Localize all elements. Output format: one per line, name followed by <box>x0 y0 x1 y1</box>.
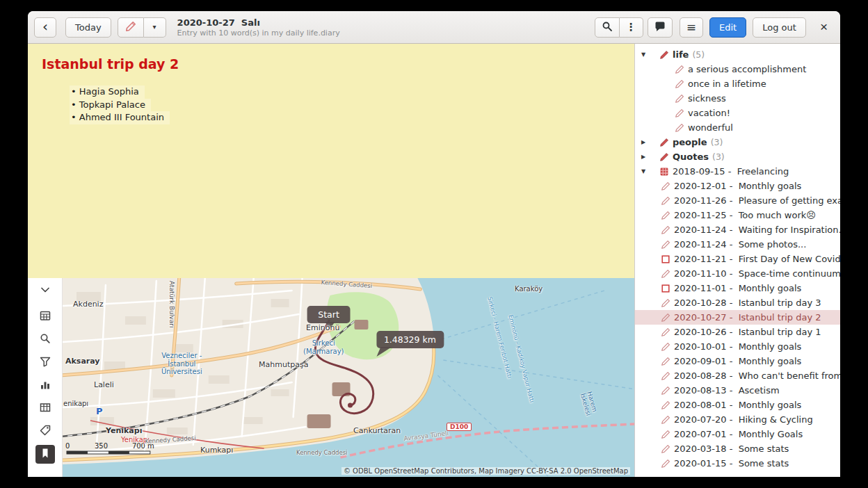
sidebar-item-label: 2020-08-01 - Monthly goals <box>674 400 801 410</box>
collapse-panel-button[interactable] <box>35 282 55 300</box>
search-icon <box>602 21 613 33</box>
sidebar-item[interactable]: 2020-08-28 - Who can't benefit from ... <box>635 368 840 383</box>
search-panel-button[interactable] <box>35 330 55 349</box>
sidebar-item[interactable]: 2020-12-01 - Monthly goals <box>635 179 840 193</box>
close-icon: × <box>820 19 828 34</box>
sidebar-item[interactable]: 2020-10-27 - Istanbul trip day 2 <box>635 310 840 325</box>
sidebar-item-count: (5) <box>692 49 705 60</box>
new-entry-dropdown-button[interactable]: ▾ <box>144 17 166 38</box>
page-title: 2020-10-27 Salı <box>177 17 340 28</box>
sidebar-item[interactable]: 2020-10-01 - Monthly goals <box>635 339 840 354</box>
sidebar-item[interactable]: wonderful <box>635 120 840 135</box>
square-icon <box>661 254 671 264</box>
search-menu-group: ⋮ <box>595 17 643 38</box>
sidebar-item-label: 2020-07-20 - Hiking & Cycling <box>674 414 813 425</box>
pencil-icon <box>661 225 671 235</box>
sidebar-item-label: 2020-03-18 - Some stats <box>674 444 789 454</box>
start-marker-label: Start <box>318 309 339 320</box>
tags-button[interactable] <box>35 422 55 441</box>
close-window-button[interactable]: × <box>814 19 834 35</box>
charts-button[interactable] <box>35 376 55 395</box>
sidebar-item[interactable]: 2020-10-26 - Istanbul trip day 1 <box>635 325 840 339</box>
search-button[interactable] <box>595 17 620 38</box>
square-icon <box>661 284 671 293</box>
main-area: Istanbul trip day 2 Hagia SophiaTopkapi … <box>28 44 840 477</box>
sidebar-item[interactable]: ▶people(3) <box>635 135 840 149</box>
logout-button[interactable]: Log out <box>753 17 806 38</box>
entry-title: Istanbul trip day 2 <box>42 56 622 72</box>
expander-closed-icon[interactable]: ▶ <box>640 154 659 160</box>
sidebar-item-label: 2020-11-01 - Monthly goals <box>674 283 801 293</box>
sidebar-item[interactable]: 2020-09-01 - Monthly goals <box>635 354 840 368</box>
pencil-solid-icon <box>659 50 670 60</box>
filter-button[interactable] <box>35 353 55 372</box>
sidebar-item[interactable]: 2020-08-01 - Monthly goals <box>635 398 840 412</box>
sidebar-item[interactable]: vacation! <box>635 106 840 120</box>
map-panel: Start 1.48329 km 0 350 700 m <box>28 278 634 477</box>
sidebar-item[interactable]: 2020-01-15 - Some stats <box>635 456 840 471</box>
chevron-left-icon: ‹ <box>42 19 48 33</box>
map-toolbar <box>28 278 63 477</box>
sidebar-item-label: wonderful <box>688 122 733 133</box>
sidebar-item[interactable]: 2020-11-21 - First Day of New Covid R... <box>635 252 840 266</box>
sidebar-item[interactable]: 2020-11-24 - Some photos... <box>635 237 840 252</box>
sidebar-item-label: 2020-07-01 - Monthly Goals <box>674 429 803 439</box>
sidebar-item-label: 2020-10-26 - Istanbul trip day 1 <box>674 327 821 337</box>
sidebar-item-label: a serious accomplishment <box>688 64 806 74</box>
table-view-button[interactable] <box>35 399 55 418</box>
pencil-icon <box>661 415 671 425</box>
bookmark-panel-button[interactable] <box>35 445 55 464</box>
sidebar-item[interactable]: sickness <box>635 91 840 106</box>
scale-end-label: 700 m <box>132 442 154 450</box>
sidebar-item[interactable]: 2020-10-28 - Istanbul trip day 3 <box>635 295 840 310</box>
entry-bullet-list: Hagia SophiaTopkapi PalaceAhmed III Foun… <box>70 86 622 124</box>
pencil-icon <box>661 342 671 352</box>
kebab-menu-button[interactable]: ⋮ <box>620 17 643 38</box>
sidebar-item[interactable]: ▶Quotes(3) <box>635 149 840 164</box>
chat-button[interactable] <box>648 17 673 38</box>
sidebar-item[interactable]: 2020-11-25 - Too much work😣 <box>635 208 840 222</box>
entry-editor[interactable]: Istanbul trip day 2 Hagia SophiaTopkapi … <box>28 44 634 278</box>
expander-open-icon[interactable]: ▼ <box>640 168 659 174</box>
pencil-icon <box>661 240 671 250</box>
sidebar-item-label: once in a lifetime <box>688 79 766 89</box>
scale-zero-label: 0 <box>65 442 70 450</box>
sidebar-item-label: 2020-08-13 - Ascetism <box>674 385 780 396</box>
pencil-icon <box>675 65 685 74</box>
sidebar-item[interactable]: a serious accomplishment <box>635 62 840 76</box>
pencil-icon <box>675 108 685 118</box>
main-menu-button[interactable]: ≡ <box>680 17 703 38</box>
sidebar-item[interactable]: 2020-08-13 - Ascetism <box>635 383 840 398</box>
sidebar-item[interactable]: ▼life(5) <box>635 47 840 62</box>
filter-funnel-icon <box>39 355 51 370</box>
pencil-icon <box>675 94 685 104</box>
sidebar-item[interactable]: 2020-03-18 - Some stats <box>635 441 840 456</box>
sidebar-item[interactable]: ▼2018-09-15 - Freelancing <box>635 164 840 179</box>
sidebar-item-label: 2020-10-28 - Istanbul trip day 3 <box>674 298 821 308</box>
map-canvas[interactable]: Start 1.48329 km 0 350 700 m <box>63 278 634 477</box>
sidebar-item[interactable]: 2020-11-01 - Monthly goals <box>635 281 840 295</box>
edit-button[interactable]: Edit <box>709 17 746 38</box>
expander-closed-icon[interactable]: ▶ <box>640 139 659 145</box>
sidebar-item[interactable]: once in a lifetime <box>635 76 840 91</box>
pencil-icon <box>661 357 671 366</box>
new-entry-button[interactable] <box>118 17 144 38</box>
pencil-icon <box>661 459 671 469</box>
diary-app-window: ‹ Today ▾ 2020-10-27 Salı Entry with 10 … <box>28 11 840 477</box>
pencil-icon <box>661 430 671 439</box>
expander-open-icon[interactable]: ▼ <box>640 51 659 58</box>
sidebar-item[interactable]: 2020-07-20 - Hiking & Cycling <box>635 412 840 427</box>
map-view[interactable]: Start 1.48329 km 0 350 700 m <box>63 278 634 477</box>
back-button[interactable]: ‹ <box>34 17 56 38</box>
sidebar-item[interactable]: 2020-11-10 - Space-time continuum <box>635 266 840 281</box>
sidebar-item-label: 2020-11-24 - Some photos... <box>674 239 806 250</box>
sidebar-item[interactable]: 2020-11-26 - Pleasure of getting exac... <box>635 193 840 208</box>
pencil-icon <box>661 444 671 454</box>
sidebar-item[interactable]: 2020-11-24 - Waiting for Inspiration... <box>635 222 840 237</box>
sidebar-item[interactable]: 2020-07-01 - Monthly Goals <box>635 427 840 441</box>
search-icon <box>39 332 51 347</box>
sidebar-item-label: 2020-11-10 - Space-time continuum <box>674 268 840 279</box>
calendar-view-button[interactable] <box>35 307 55 326</box>
today-button[interactable]: Today <box>65 17 111 38</box>
sidebar-item-label: 2018-09-15 - Freelancing <box>673 166 789 177</box>
